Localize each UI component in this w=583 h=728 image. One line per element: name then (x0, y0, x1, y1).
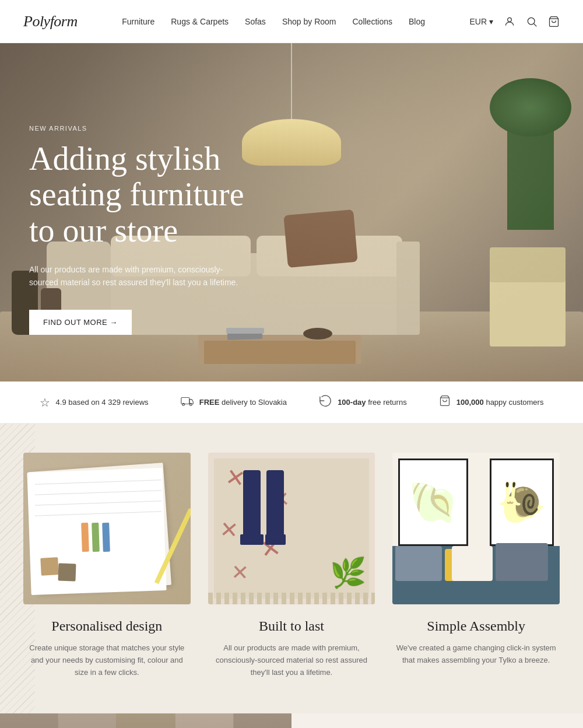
search-icon[interactable] (526, 16, 538, 27)
trust-item-returns: 100-day free returns (319, 394, 407, 410)
nav-item-shop-by-room[interactable]: Shop by Room (282, 17, 336, 26)
trust-item-delivery: FREE delivery to Slovakia (181, 396, 287, 409)
feature-card-assembly: 🐚 🐌 Simple Assembly We've created a game… (392, 453, 560, 678)
trust-returns-text: 100-day free returns (338, 398, 407, 407)
hero-section: NEW ARRIVALS Adding stylish seating furn… (0, 43, 583, 382)
logo[interactable]: Polyform (23, 13, 78, 30)
trust-customers-text: 100,000 happy customers (456, 398, 544, 407)
svg-point-6 (189, 403, 192, 405)
feature-title-built: Built to last (208, 618, 375, 634)
trust-delivery-text: FREE delivery to Slovakia (199, 398, 287, 407)
design-process-image (0, 713, 292, 728)
nav-item-sofas[interactable]: Sofas (245, 17, 266, 26)
svg-point-0 (508, 18, 512, 22)
trust-reviews-text: 4.9 based on 4 329 reviews (56, 398, 149, 407)
trust-bar: ☆ 4.9 based on 4 329 reviews FREE delive… (0, 382, 583, 424)
trust-item-reviews: ☆ 4.9 based on 4 329 reviews (40, 396, 149, 410)
feature-img-design (23, 453, 191, 604)
hero-content: NEW ARRIVALS Adding stylish seating furn… (0, 43, 280, 382)
trust-item-customers: 100,000 happy customers (439, 394, 544, 410)
feature-desc-built: All our products are made with premium, … (210, 642, 373, 678)
svg-point-1 (528, 18, 535, 24)
feature-img-built: ✕ ✕ ✕ ✕ ✕ 🌿 (208, 453, 375, 604)
feature-desc-assembly: We've created a game changing click-in s… (395, 642, 558, 667)
design-process-content: Our design process (292, 713, 583, 728)
customers-icon (439, 394, 451, 410)
feature-desc-design: Create unique storage that matches your … (25, 642, 188, 678)
feature-card-design: Personalised design Create unique storag… (23, 453, 191, 678)
hero-label: NEW ARRIVALS (29, 125, 251, 132)
design-process-bg (0, 713, 292, 728)
svg-rect-4 (181, 398, 189, 404)
design-process-section: Our design process (0, 713, 583, 728)
account-icon[interactable] (504, 16, 515, 27)
feature-img-assembly: 🐚 🐌 (392, 453, 560, 604)
header-actions: EUR ▾ (469, 16, 560, 27)
main-nav: Furniture Rugs & Carpets Sofas Shop by R… (122, 17, 425, 26)
hero-cta-button[interactable]: FIND OUT MORE → (29, 310, 132, 335)
feature-title-assembly: Simple Assembly (392, 618, 560, 634)
svg-line-2 (534, 23, 537, 26)
delivery-icon (181, 396, 194, 409)
hero-title: Adding stylish seating furniture to our … (29, 141, 251, 249)
feature-card-built: ✕ ✕ ✕ ✕ ✕ 🌿 Built to last (208, 453, 375, 678)
nav-item-collections[interactable]: Collections (352, 17, 392, 26)
feature-title-design: Personalised design (23, 618, 191, 634)
star-icon: ☆ (40, 396, 50, 410)
nav-item-rugs[interactable]: Rugs & Carpets (171, 17, 229, 26)
cart-icon[interactable] (548, 16, 560, 27)
returns-icon (319, 394, 332, 410)
features-grid: Personalised design Create unique storag… (23, 453, 560, 678)
header: Polyform Furniture Rugs & Carpets Sofas … (0, 0, 583, 43)
nav-item-furniture[interactable]: Furniture (122, 17, 154, 26)
hero-subtitle: All our products are made with premium, … (29, 263, 251, 289)
currency-selector[interactable]: EUR ▾ (469, 17, 493, 26)
features-grid-container: Personalised design Create unique storag… (0, 424, 583, 713)
features-section: Personalised design Create unique storag… (0, 424, 583, 713)
nav-item-blog[interactable]: Blog (409, 17, 425, 26)
svg-point-5 (182, 403, 184, 405)
